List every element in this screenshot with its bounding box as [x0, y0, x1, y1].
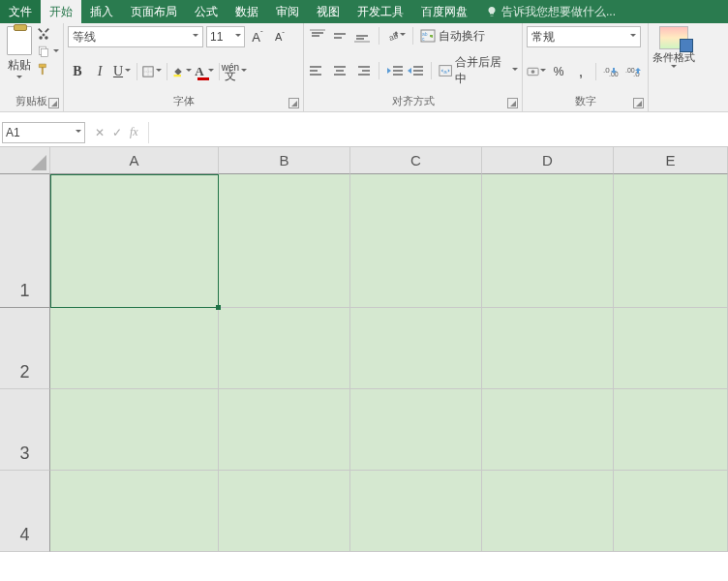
cell-C3[interactable] — [350, 389, 482, 471]
cell-B4[interactable] — [219, 471, 350, 552]
tell-me-search[interactable]: 告诉我您想要做什么... — [480, 0, 622, 23]
menu-data[interactable]: 数据 — [227, 0, 267, 23]
font-size-combo[interactable]: 11 — [206, 26, 245, 47]
column-header-E[interactable]: E — [614, 147, 728, 174]
comma-format-button[interactable]: , — [571, 62, 591, 81]
font-name-combo[interactable]: 等线 — [68, 26, 203, 47]
cell-D2[interactable] — [482, 308, 614, 389]
svg-rect-23 — [334, 74, 346, 76]
decrease-decimal-button[interactable]: .00.0 — [623, 62, 643, 81]
row-header-1[interactable]: 1 — [0, 174, 50, 308]
svg-rect-18 — [310, 66, 321, 68]
align-bottom-button[interactable] — [352, 26, 372, 46]
svg-rect-20 — [310, 74, 321, 76]
clipboard-dialog-launcher[interactable] — [48, 98, 59, 108]
cell-B3[interactable] — [219, 389, 350, 471]
column-header-A[interactable]: A — [50, 147, 219, 174]
font-dialog-launcher[interactable] — [288, 98, 299, 108]
menu-baidu-netdisk[interactable]: 百度网盘 — [412, 0, 476, 23]
insert-function-icon[interactable]: fx — [130, 125, 138, 139]
cell-A1[interactable] — [50, 174, 219, 308]
format-painter-icon[interactable] — [37, 63, 50, 76]
font-color-button[interactable]: A — [195, 62, 214, 81]
cell-E3[interactable] — [614, 389, 728, 471]
alignment-group-label: 对齐方式 — [392, 95, 435, 107]
enter-formula-icon[interactable]: ✓ — [112, 126, 122, 139]
bold-button[interactable]: B — [68, 62, 87, 81]
cell-C2[interactable] — [350, 308, 482, 389]
row-header-2[interactable]: 2 — [0, 308, 50, 389]
row-header-4[interactable]: 4 — [0, 471, 50, 552]
paste-button[interactable]: 粘贴 — [4, 26, 35, 81]
svg-rect-29 — [393, 74, 403, 76]
merge-center-button[interactable]: a合并后居中 — [439, 54, 518, 87]
column-header-D[interactable]: D — [482, 147, 614, 174]
cell-E2[interactable] — [614, 308, 728, 389]
menu-page-layout[interactable]: 页面布局 — [122, 0, 186, 23]
group-cond-format: 条件格式 — [649, 23, 703, 111]
increase-font-button[interactable]: Aˆ — [248, 27, 267, 46]
group-alignment: ab abc自动换行 a合并后居中 对齐方式 — [304, 23, 523, 111]
percent-format-button[interactable]: % — [549, 62, 568, 81]
font-size-value: 11 — [210, 30, 223, 44]
svg-rect-8 — [312, 35, 319, 37]
svg-rect-24 — [358, 66, 370, 68]
formula-input[interactable] — [148, 122, 728, 143]
copy-button[interactable] — [37, 46, 59, 59]
cut-icon[interactable] — [37, 28, 50, 42]
cancel-formula-icon[interactable]: ✕ — [95, 126, 105, 139]
orientation-button[interactable]: ab — [386, 26, 406, 46]
cell-E1[interactable] — [614, 174, 728, 308]
align-right-button[interactable] — [352, 61, 372, 80]
menu-file[interactable]: 文件 — [0, 0, 41, 23]
cell-A2[interactable] — [50, 308, 219, 389]
svg-rect-5 — [174, 75, 182, 76]
name-box[interactable]: A1 — [2, 122, 85, 143]
number-dialog-launcher[interactable] — [633, 98, 644, 108]
align-center-button[interactable] — [330, 61, 349, 80]
cell-E4[interactable] — [614, 471, 728, 552]
column-header-C[interactable]: C — [350, 147, 482, 174]
underline-button[interactable]: U — [112, 62, 132, 81]
select-all-corner[interactable] — [0, 147, 50, 174]
increase-decimal-button[interactable]: .0.00 — [601, 62, 621, 81]
conditional-format-button[interactable]: 条件格式 — [652, 26, 695, 71]
italic-button[interactable]: I — [90, 62, 109, 81]
cell-A3[interactable] — [50, 389, 219, 471]
decrease-indent-button[interactable] — [386, 61, 404, 80]
cell-B1[interactable] — [219, 174, 350, 308]
menu-review[interactable]: 审阅 — [267, 0, 308, 23]
cell-C4[interactable] — [350, 471, 482, 552]
accounting-format-button[interactable] — [527, 62, 546, 81]
menu-formulas[interactable]: 公式 — [186, 0, 227, 23]
cell-D3[interactable] — [482, 389, 614, 471]
cond-format-label: 条件格式 — [652, 51, 695, 63]
increase-indent-button[interactable] — [407, 61, 424, 80]
align-top-button[interactable] — [308, 26, 327, 46]
cell-D1[interactable] — [482, 174, 614, 308]
menu-insert[interactable]: 插入 — [81, 0, 122, 23]
borders-button[interactable] — [142, 62, 162, 81]
clipboard-icon — [7, 26, 32, 55]
align-middle-button[interactable] — [330, 26, 349, 46]
svg-rect-30 — [413, 66, 423, 68]
fill-color-button[interactable] — [172, 62, 192, 81]
decrease-font-button[interactable]: Aˇ — [270, 27, 289, 46]
cell-C1[interactable] — [350, 174, 482, 308]
menu-home[interactable]: 开始 — [41, 0, 81, 23]
menu-view[interactable]: 视图 — [308, 0, 349, 23]
column-header-B[interactable]: B — [219, 147, 350, 174]
row-header-3[interactable]: 3 — [0, 389, 50, 471]
alignment-dialog-launcher[interactable] — [507, 98, 518, 108]
group-font: 等线 11 Aˆ Aˇ B I U A wén文 字体 — [64, 23, 304, 111]
cell-reference: A1 — [6, 126, 20, 139]
cell-D4[interactable] — [482, 471, 614, 552]
copy-icon — [37, 46, 50, 59]
menu-developer[interactable]: 开发工具 — [349, 0, 412, 23]
wrap-text-button[interactable]: abc自动换行 — [420, 28, 485, 45]
number-format-combo[interactable]: 常规 — [527, 26, 641, 47]
cell-B2[interactable] — [219, 308, 350, 389]
cell-A4[interactable] — [50, 471, 219, 552]
align-left-button[interactable] — [308, 61, 327, 80]
phonetic-button[interactable]: wén文 — [225, 62, 244, 81]
